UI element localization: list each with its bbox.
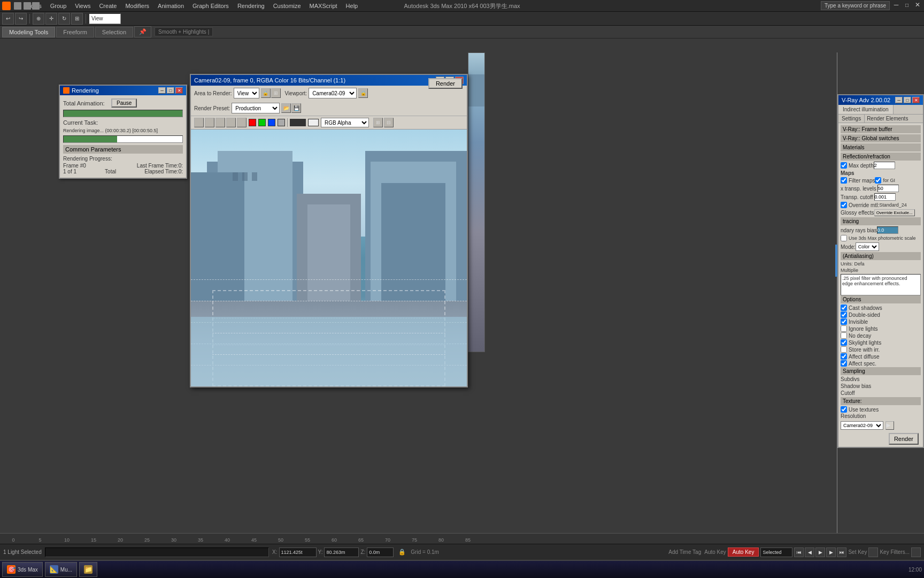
filter-maps-cb[interactable] xyxy=(841,177,847,184)
taskbar-folder[interactable]: 📁 xyxy=(79,562,97,577)
close-btn-app[interactable]: ✕ xyxy=(913,1,922,9)
rendering-close[interactable]: ✕ xyxy=(175,87,183,94)
go-start-btn[interactable]: ⏮ xyxy=(794,547,804,557)
vray-adv-minimize[interactable]: ─ xyxy=(895,97,903,103)
channel-dark[interactable] xyxy=(290,119,306,126)
override-mtl-cb[interactable] xyxy=(841,202,847,208)
selected-input[interactable] xyxy=(760,547,792,557)
autokey-btn[interactable]: Auto Key xyxy=(728,547,759,557)
menu-maxscript[interactable]: MAXScript xyxy=(305,2,342,10)
lock-icon[interactable]: 🔒 xyxy=(397,547,407,558)
menu-views[interactable]: Views xyxy=(71,2,95,10)
store-irr-cb[interactable] xyxy=(841,346,847,353)
secondary-rays-input[interactable] xyxy=(877,226,898,234)
cast-shadows-cb[interactable] xyxy=(841,305,847,311)
area-crop-icon[interactable]: ⊞ xyxy=(271,88,281,98)
tab-pin[interactable]: 📌 xyxy=(134,26,151,37)
affect-diffuse-cb[interactable] xyxy=(841,353,847,360)
vray-tab-render-elements[interactable]: Render Elements xyxy=(865,115,910,123)
menu-graph-editors[interactable]: Graph Editors xyxy=(188,2,233,10)
search-box[interactable]: Type a keyword or phrase xyxy=(821,1,890,10)
menu-customize[interactable]: Customize xyxy=(269,2,305,10)
channel-icon-5[interactable] xyxy=(237,118,247,127)
quick-access-icon[interactable] xyxy=(14,2,21,10)
minimize-btn[interactable]: ─ xyxy=(892,1,900,9)
double-sided-cb[interactable] xyxy=(841,311,847,318)
use-texture-cb[interactable] xyxy=(841,406,847,413)
preset-load-icon[interactable]: 📂 xyxy=(281,103,291,113)
toolbar-move[interactable]: ✛ xyxy=(45,13,57,25)
viewport-select[interactable]: View xyxy=(89,13,121,24)
vray-tab-settings[interactable]: Settings xyxy=(838,115,865,123)
channel-icon-1[interactable] xyxy=(194,118,204,127)
glossy-override-btn[interactable]: Override Exclude... xyxy=(874,209,915,216)
channel-icon-2[interactable] xyxy=(205,118,214,127)
max-depth-input[interactable] xyxy=(874,162,895,169)
preset-select[interactable]: Production xyxy=(232,103,280,113)
vray-adv-close[interactable]: ✕ xyxy=(912,97,920,103)
prev-frame-btn[interactable]: ◀ xyxy=(805,547,814,557)
max-depth-cb[interactable] xyxy=(841,162,847,169)
preset-save-icon[interactable]: 💾 xyxy=(291,103,301,113)
z-input[interactable] xyxy=(367,547,394,557)
vray-tab-indirect[interactable]: Indirect illumination xyxy=(838,105,894,114)
channel-green[interactable] xyxy=(258,119,266,126)
vray-adv-maximize[interactable]: □ xyxy=(904,97,911,103)
photometric-cb[interactable] xyxy=(841,235,847,241)
toolbar-redo[interactable]: ↪ xyxy=(15,13,27,25)
skylight-cb[interactable] xyxy=(841,339,847,346)
quick-redo-icon[interactable] xyxy=(32,2,40,10)
rendering-minimize[interactable]: ─ xyxy=(158,87,166,94)
invisible-cb[interactable] xyxy=(841,318,847,325)
affect-spec-cb[interactable] xyxy=(841,360,847,367)
y-input[interactable] xyxy=(324,547,359,557)
menu-create[interactable]: Create xyxy=(95,2,121,10)
menu-animation[interactable]: Animation xyxy=(153,2,188,10)
menu-rendering[interactable]: Rendering xyxy=(233,2,269,10)
view-icon-2[interactable]: ⊟ xyxy=(384,118,394,127)
viewport-select-cam[interactable]: Camera02-09 xyxy=(309,88,357,98)
maximize-btn[interactable]: □ xyxy=(903,1,911,9)
pause-btn[interactable]: Pause xyxy=(111,98,137,108)
area-select[interactable]: View xyxy=(234,88,259,98)
channel-red[interactable] xyxy=(249,119,256,126)
x-input[interactable] xyxy=(279,547,317,557)
toolbar-rotate[interactable]: ↻ xyxy=(58,13,70,25)
channel-light[interactable] xyxy=(308,119,319,126)
mode-select[interactable]: Color xyxy=(856,242,879,251)
vray-render-button[interactable]: Render xyxy=(889,433,919,445)
channel-icon-3[interactable] xyxy=(215,118,225,127)
toolbar-select[interactable]: ⊕ xyxy=(33,13,44,25)
alpha-select[interactable]: RGB Alpha xyxy=(321,118,369,127)
menu-help[interactable]: Help xyxy=(342,2,363,10)
area-lock-icon[interactable]: 🔒 xyxy=(261,88,271,98)
transp-cutoff-input[interactable] xyxy=(874,193,896,201)
channel-blue[interactable] xyxy=(268,119,275,126)
go-end-btn[interactable]: ⏭ xyxy=(837,547,846,557)
channel-alpha[interactable] xyxy=(278,119,285,126)
set-key-icon[interactable] xyxy=(868,547,878,557)
menu-modifiers[interactable]: Modifiers xyxy=(121,2,153,10)
next-frame-btn[interactable]: ▶ xyxy=(826,547,836,557)
toolbar-undo[interactable]: ↩ xyxy=(2,13,14,25)
viewport-lock-icon[interactable]: 🔒 xyxy=(358,88,368,98)
toolbar-scale[interactable]: ⊞ xyxy=(71,13,83,25)
filter-maps-gi-cb[interactable] xyxy=(875,177,881,184)
taskbar-mu[interactable]: 📐 Mu... xyxy=(45,562,77,577)
rendering-maximize[interactable]: □ xyxy=(167,87,174,94)
channel-icon-4[interactable] xyxy=(226,118,236,127)
key-filters-icon[interactable] xyxy=(911,547,921,557)
view-icon-1[interactable]: ⊞ xyxy=(373,118,383,127)
vray-cam-expand[interactable]: ▶ xyxy=(886,421,894,430)
taskbar-3dsmax[interactable]: 🎯 3ds Max xyxy=(2,562,43,577)
render-button-top[interactable]: Render xyxy=(428,78,463,89)
menu-group[interactable]: Group xyxy=(46,2,71,10)
tab-modeling[interactable]: Modeling Tools xyxy=(2,27,55,37)
camera-select-vray[interactable]: Camera02-09 xyxy=(841,421,883,430)
tab-selection[interactable]: Selection xyxy=(95,27,133,37)
ignore-lights-cb[interactable] xyxy=(841,325,847,332)
play-btn[interactable]: ▶ xyxy=(815,547,825,557)
quick-undo-icon[interactable] xyxy=(24,2,31,10)
no-decay-cb[interactable] xyxy=(841,332,847,339)
tab-freeform[interactable]: Freeform xyxy=(56,27,94,37)
